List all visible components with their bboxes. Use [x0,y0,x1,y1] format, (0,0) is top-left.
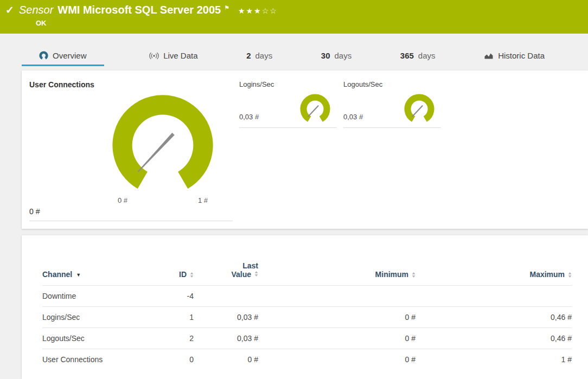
cell-channel: Logins/Sec [42,313,151,322]
broadcast-icon [149,52,159,60]
tab-unit: days [418,51,436,60]
cell-maximum: 0,46 # [416,334,572,343]
tab-label: Historic Data [498,51,545,60]
tab-number: 30 [321,51,330,60]
cell-id: -4 [151,292,194,300]
tab-historic-data[interactable]: Historic Data [481,47,548,66]
tab-365-days[interactable]: 365 days [397,47,439,66]
channels-table-panel: Channel ▼ ID ▲▼ Last Value ▲▼ Minimum ▲▼… [22,235,588,379]
tab-bar: Overview Live Data 2 days 30 days 365 da… [0,47,588,66]
column-header-minimum[interactable]: Minimum ▲▼ [258,270,416,279]
section-divider [239,127,337,128]
column-label: Minimum [375,270,408,279]
user-connections-gauge-section: User Connections 0 # 1 # 0 # [29,80,233,229]
page-title: WMI Microsoft SQL Server 2005 [57,4,221,16]
cell-id: 0 [151,355,194,364]
tab-live-data[interactable]: Live Data [146,47,201,66]
channel-sort-caret-icon[interactable]: ▼ [76,272,81,278]
table-row[interactable]: Downtime -4 [42,285,572,306]
column-label: ID [179,270,187,279]
column-header-channel[interactable]: Channel ▼ [42,270,151,279]
cell-last-value: 0,03 # [194,334,258,343]
sort-icon[interactable]: ▲▼ [254,271,258,277]
cell-minimum: 0 # [258,313,416,322]
sensor-header: ✓ Sensor WMI Microsoft SQL Server 2005 ⚑… [0,0,588,34]
logouts-gauge-section: Logouts/Sec 0,03 # [343,80,441,229]
status-check-icon: ✓ [5,4,14,16]
area-chart-icon [484,52,494,60]
gauge-title: Logins/Sec [239,80,337,88]
gauge-scale-min: 0 # [118,196,127,204]
logins-gauge [298,93,333,124]
cell-minimum: 0 # [258,355,416,364]
tab-number: 2 [246,51,251,60]
cell-channel: User Connections [42,355,151,364]
section-divider [29,221,233,221]
column-label: Value [231,270,251,279]
gauge-scale-max: 1 # [198,196,208,204]
cell-channel: Downtime [42,292,151,300]
column-label: Maximum [529,270,565,279]
gauge-current-value: 0,03 # [343,113,363,121]
tab-30-days[interactable]: 30 days [318,47,355,66]
gauge-title: Logouts/Sec [343,80,441,88]
tab-label: Live Data [163,51,197,60]
cell-maximum: 0,46 # [416,313,572,322]
table-row[interactable]: Logins/Sec 1 0,03 # 0 # 0,46 # [42,306,572,327]
logins-gauge-section: Logins/Sec 0,03 # [239,80,337,229]
tab-overview[interactable]: Overview [22,47,104,66]
sensor-type-label: Sensor [19,4,53,16]
tab-2-days[interactable]: 2 days [243,47,276,66]
tab-number: 365 [400,51,414,60]
cell-id: 2 [151,334,194,343]
user-connections-gauge [106,90,220,196]
cell-maximum: 1 # [416,355,572,364]
priority-stars[interactable]: ★★★☆☆ [238,7,278,15]
tab-label: Overview [53,51,87,60]
gauge-scale: 0 # 1 # [106,196,220,204]
column-header-last-value[interactable]: Last Value ▲▼ [194,261,258,279]
table-header-row: Channel ▼ ID ▲▼ Last Value ▲▼ Minimum ▲▼… [42,259,572,285]
table-row[interactable]: Logouts/Sec 2 0,03 # 0 # 0,46 # [42,327,572,349]
column-label: Channel [42,270,72,279]
flag-icon[interactable]: ⚑ [224,4,229,11]
cell-id: 1 [151,313,194,322]
gauge-current-value: 0 # [29,207,233,216]
column-header-id[interactable]: ID ▲▼ [151,270,194,279]
table-row[interactable]: User Connections 0 0 # 0 # 1 # [42,349,572,370]
section-divider [343,127,441,128]
gauges-panel: User Connections 0 # 1 # 0 # Logins/Sec … [22,70,588,229]
tab-unit: days [334,51,351,60]
cell-minimum: 0 # [258,334,416,343]
cell-channel: Logouts/Sec [42,334,151,343]
logouts-gauge [402,93,437,124]
sort-icon[interactable]: ▲▼ [568,272,572,278]
status-badge: OK [5,19,588,27]
sensor-page: ✓ Sensor WMI Microsoft SQL Server 2005 ⚑… [0,0,588,379]
sort-icon[interactable]: ▲▼ [412,272,416,278]
cell-last-value: 0 # [194,355,258,364]
column-label: Last [242,261,258,270]
gauge-title: User Connections [29,80,233,89]
gauge-current-value: 0,03 # [239,113,259,121]
sort-icon[interactable]: ▲▼ [190,272,194,278]
tab-unit: days [255,51,272,60]
column-header-maximum[interactable]: Maximum ▲▼ [416,270,572,279]
overview-gauge-icon [39,51,48,60]
cell-last-value: 0,03 # [194,313,258,322]
